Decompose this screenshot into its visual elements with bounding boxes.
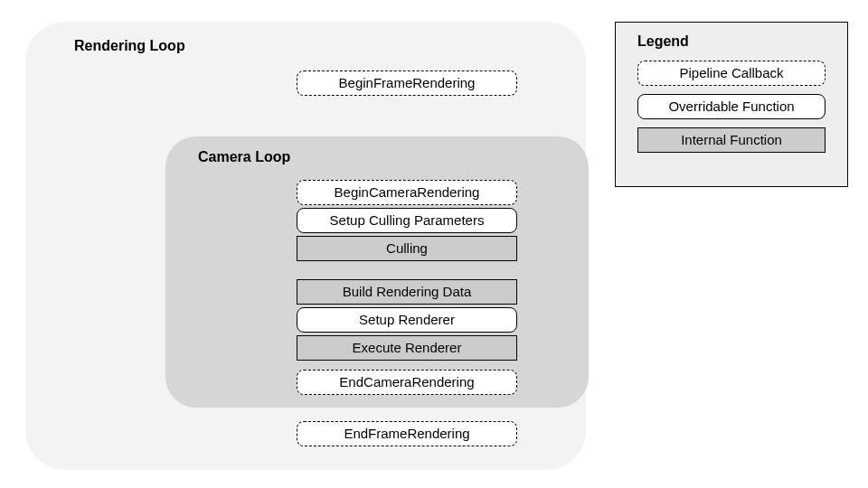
rendering-loop-title: Rendering Loop (74, 38, 566, 54)
stage-end-frame-rendering: EndFrameRendering (297, 421, 517, 446)
stage-culling: Culling (297, 236, 517, 261)
rendering-loop-container: Rendering Loop BeginFrameRendering Camer… (25, 22, 586, 470)
stage-begin-frame-rendering: BeginFrameRendering (297, 70, 517, 96)
stage-setup-renderer: Setup Renderer (297, 307, 517, 333)
legend-panel: Legend Pipeline Callback Overridable Fun… (615, 22, 848, 187)
legend-item-pipeline-callback: Pipeline Callback (637, 61, 826, 86)
camera-loop-container: Camera Loop BeginCameraRendering Setup C… (165, 136, 589, 408)
stage-end-camera-rendering: EndCameraRendering (297, 370, 517, 395)
legend-item-internal-function: Internal Function (637, 127, 826, 153)
stage-build-rendering-data: Build Rendering Data (297, 279, 517, 305)
legend-title: Legend (637, 33, 826, 50)
stage-begin-camera-rendering: BeginCameraRendering (297, 180, 517, 205)
legend-item-overridable-function: Overridable Function (637, 94, 826, 119)
camera-loop-title: Camera Loop (198, 149, 571, 165)
stage-setup-culling-parameters: Setup Culling Parameters (297, 208, 517, 233)
stage-execute-renderer: Execute Renderer (297, 335, 517, 361)
